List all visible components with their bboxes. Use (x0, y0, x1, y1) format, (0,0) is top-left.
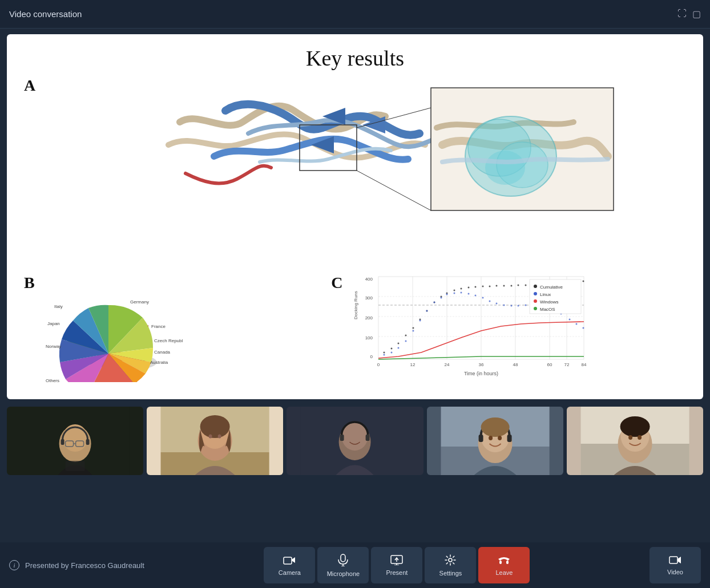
svg-point-39 (413, 327, 414, 329)
title-bar-icons: ⛶ ▢ (677, 9, 701, 19)
svg-point-154 (620, 416, 650, 437)
video-icon (669, 555, 681, 566)
svg-point-66 (398, 347, 400, 349)
toolbar-right: Video (650, 547, 701, 583)
svg-point-115 (534, 307, 537, 310)
svg-text:300: 300 (365, 295, 373, 301)
line-chart: Docking Runs 0 100 200 300 400 0 12 24 3… (353, 274, 686, 376)
microphone-button[interactable]: Microphone (317, 547, 369, 583)
svg-text:Cumulative: Cumulative (540, 285, 563, 290)
svg-point-79 (489, 301, 491, 302)
svg-point-54 (518, 285, 519, 286)
svg-text:24: 24 (445, 362, 450, 367)
present-icon (390, 555, 403, 567)
svg-point-78 (482, 297, 484, 299)
svg-point-75 (461, 292, 462, 294)
svg-rect-144 (478, 435, 483, 442)
svg-text:Czech Republic: Czech Republic (154, 338, 183, 343)
leave-label: Leave (495, 569, 513, 576)
svg-point-76 (468, 293, 470, 295)
svg-text:Norway: Norway (46, 344, 61, 349)
svg-rect-124 (86, 439, 90, 445)
svg-text:MacOS: MacOS (540, 307, 555, 312)
settings-button[interactable]: Settings (425, 547, 476, 583)
camera-button[interactable]: Camera (264, 547, 315, 583)
svg-rect-138 (366, 435, 370, 441)
svg-point-35 (384, 352, 385, 354)
svg-rect-145 (507, 435, 511, 442)
video-label: Video (667, 569, 683, 575)
section-a: A (24, 76, 686, 268)
svg-text:Others: Others (46, 378, 59, 382)
svg-text:Germany: Germany (130, 299, 149, 305)
svg-text:Time (in hours): Time (in hours) (464, 371, 498, 376)
svg-text:200: 200 (365, 315, 373, 321)
svg-line-5 (357, 171, 431, 210)
svg-point-52 (503, 285, 505, 287)
svg-point-51 (496, 285, 498, 287)
participant-3[interactable] (287, 407, 423, 475)
toolbar: i Presented by Francesco Gaudreault Came… (0, 542, 710, 588)
svg-rect-169 (669, 557, 677, 563)
svg-point-55 (525, 285, 527, 286)
info-icon: i (9, 560, 19, 570)
svg-text:48: 48 (513, 362, 518, 367)
svg-rect-125 (66, 461, 85, 471)
section-b-label: B (24, 274, 41, 292)
svg-text:84: 84 (582, 362, 587, 367)
svg-point-119 (63, 424, 88, 452)
title-bar-left: Video conversation (9, 9, 82, 19)
svg-point-68 (413, 330, 414, 332)
section-a-label: A (24, 76, 41, 95)
svg-rect-168 (506, 561, 509, 564)
svg-text:400: 400 (365, 277, 373, 282)
svg-point-64 (384, 354, 385, 356)
svg-point-132 (209, 435, 212, 439)
participant-1[interactable] (7, 407, 143, 475)
svg-point-113 (534, 299, 537, 303)
svg-point-63 (583, 281, 584, 282)
svg-point-46 (461, 288, 462, 290)
svg-point-155 (628, 435, 632, 440)
svg-text:12: 12 (410, 362, 415, 367)
present-button[interactable]: Present (371, 547, 422, 583)
svg-point-38 (405, 335, 407, 336)
svg-point-45 (454, 290, 455, 291)
video-button[interactable]: Video (650, 547, 701, 583)
svg-marker-158 (292, 557, 295, 563)
toolbar-left: i Presented by Francesco Gaudreault (9, 560, 144, 570)
svg-point-77 (475, 295, 477, 297)
svg-point-148 (498, 436, 502, 440)
svg-text:Linux: Linux (540, 292, 551, 297)
participant-4[interactable] (427, 407, 563, 475)
section-c: C (331, 274, 686, 376)
participant-2[interactable] (147, 407, 283, 475)
slide-title: Key results (306, 46, 404, 71)
present-label: Present (386, 569, 408, 576)
window-icon[interactable]: ▢ (692, 9, 701, 19)
svg-point-73 (446, 294, 448, 295)
svg-point-111 (534, 292, 537, 295)
settings-label: Settings (439, 570, 462, 577)
participant-5[interactable] (567, 407, 703, 475)
svg-marker-170 (677, 557, 681, 563)
svg-point-81 (503, 305, 505, 306)
svg-point-72 (441, 297, 442, 299)
svg-text:60: 60 (547, 362, 552, 367)
svg-point-166 (449, 558, 452, 562)
svg-text:0: 0 (377, 362, 380, 367)
toolbar-center: Camera Microphone (264, 547, 530, 583)
section-c-label: C (331, 274, 348, 292)
svg-rect-167 (499, 561, 502, 564)
thumbnails-row (0, 404, 710, 478)
microphone-icon (338, 554, 348, 568)
svg-point-49 (482, 286, 484, 287)
svg-point-37 (398, 343, 400, 344)
svg-point-74 (454, 293, 455, 294)
expand-icon[interactable]: ⛶ (677, 9, 687, 19)
leave-icon (497, 555, 511, 567)
svg-point-82 (511, 305, 513, 307)
app-title: Video conversation (9, 9, 82, 19)
leave-button[interactable]: Leave (478, 547, 530, 583)
title-bar: Video conversation ⛶ ▢ (0, 0, 710, 29)
